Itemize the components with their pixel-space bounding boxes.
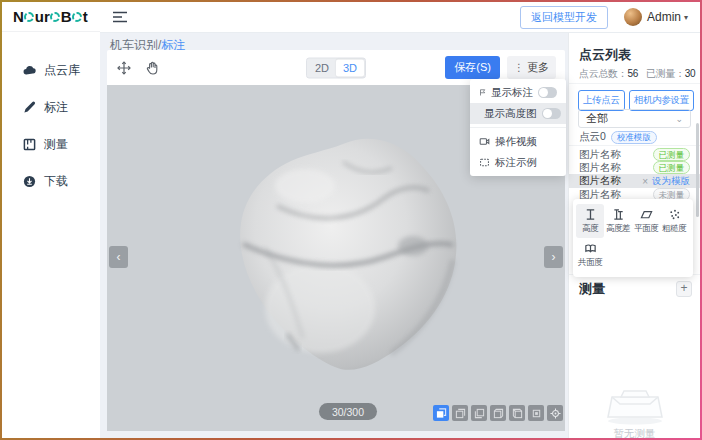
window-frame: NurBt 点云库 标注 测量 下载 返回模型 — [0, 0, 702, 440]
more-dropdown-menu: 显示标注 显示高度图 操作视频 标注示例 — [470, 79, 566, 176]
gear-icon — [24, 12, 34, 22]
menu-item-show-annotations[interactable]: 显示标注 — [470, 82, 566, 103]
measured-value: 30 — [685, 68, 696, 79]
tooth-mesh-3d[interactable] — [225, 128, 465, 376]
view-front-button[interactable] — [452, 405, 468, 421]
coplanarity-icon — [584, 242, 597, 255]
user-name[interactable]: Admin — [647, 10, 681, 24]
view-right-button[interactable] — [509, 405, 525, 421]
frame-icon — [479, 157, 490, 168]
measure-section-header: 测量 + — [579, 280, 692, 298]
reset-view-button[interactable] — [547, 405, 563, 421]
image-row-selected[interactable]: 图片名称 × 设为模版 — [569, 174, 700, 188]
menu-label: 显示高度图 — [484, 107, 537, 121]
list-scrollbar[interactable] — [696, 123, 699, 217]
tool-roughness[interactable]: 粗糙度 — [660, 204, 688, 238]
empty-state: 暂无测量 — [569, 383, 700, 438]
show-annotations-toggle[interactable] — [538, 87, 557, 98]
pointcloud-name: 点云0 — [579, 130, 606, 144]
menu-item-show-heightmap[interactable]: 显示高度图 — [470, 103, 566, 124]
filter-value: 全部 — [586, 111, 608, 126]
measure-title: 测量 — [579, 280, 605, 298]
next-image-button[interactable]: › — [544, 246, 563, 268]
video-icon — [479, 136, 490, 147]
ruler-icon — [23, 138, 36, 151]
sidebar-item-label: 标注 — [44, 99, 68, 116]
sidebar-item-pointcloud-library[interactable]: 点云库 — [2, 52, 100, 89]
sidebar-item-download[interactable]: 下载 — [2, 163, 100, 200]
logo-text: N — [13, 8, 24, 25]
sidebar-nav: 点云库 标注 测量 下载 — [2, 32, 100, 200]
view-top-button[interactable] — [528, 405, 544, 421]
cube-icon — [455, 408, 466, 419]
divider — [569, 83, 700, 84]
pointcloud-group-row[interactable]: 点云0 校准模版 — [579, 130, 691, 144]
flatness-icon — [640, 208, 653, 221]
filter-select[interactable]: 全部 ⌄ — [578, 109, 691, 128]
tool-coplanarity[interactable]: 共面度 — [576, 238, 604, 272]
download-icon — [23, 175, 36, 188]
flag-icon — [479, 87, 486, 98]
measure-tool-palette: 高度 高度差 平面度 粗糙度 共面度 — [573, 199, 693, 277]
menu-item-tutorial-video[interactable]: 操作视频 — [470, 131, 566, 152]
prev-image-button[interactable]: ‹ — [109, 246, 128, 268]
image-name: 图片名称 — [579, 148, 621, 162]
empty-state-text: 暂无测量 — [614, 427, 656, 438]
calibration-template-badge: 校准模版 — [611, 131, 657, 144]
view-2d-button[interactable]: 2D — [308, 59, 336, 76]
image-counter-badge: 30/300 — [319, 403, 377, 420]
logo-text: B — [61, 8, 72, 25]
cube-icon — [531, 408, 542, 419]
view-left-button[interactable] — [490, 405, 506, 421]
logo-text: ur — [35, 8, 50, 25]
image-row[interactable]: 图片名称 已测量 — [569, 148, 700, 161]
image-row[interactable]: 图片名称 已测量 — [569, 161, 700, 174]
set-as-template-link[interactable]: 设为模版 — [652, 175, 690, 188]
back-to-model-dev-button[interactable]: 返回模型开发 — [520, 6, 608, 29]
camera-intrinsics-button[interactable]: 相机内参设置 — [629, 90, 694, 111]
pan-hand-icon[interactable] — [144, 60, 160, 76]
pen-icon — [23, 101, 36, 114]
add-measure-button[interactable]: + — [676, 281, 692, 297]
close-icon[interactable]: × — [642, 176, 648, 187]
cloud-icon — [23, 64, 36, 77]
app-root: NurBt 点云库 标注 测量 下载 返回模型 — [2, 2, 700, 438]
measured-badge: 已测量 — [653, 148, 691, 161]
sidebar-item-measure[interactable]: 测量 — [2, 126, 100, 163]
more-label: 更多 — [527, 60, 549, 75]
avatar[interactable] — [624, 8, 642, 26]
cube-icon — [436, 408, 447, 419]
panel-stats: 点云总数：56已测量：30 — [579, 67, 695, 81]
tool-height-diff[interactable]: 高度差 — [604, 204, 632, 238]
height-diff-icon — [612, 208, 625, 221]
show-heightmap-toggle[interactable] — [542, 108, 561, 119]
more-button[interactable]: ⋮ 更多 — [507, 56, 556, 79]
total-label: 点云总数： — [579, 68, 628, 79]
empty-box-icon — [600, 383, 670, 425]
tool-height[interactable]: 高度 — [576, 204, 604, 238]
move-tool-icon[interactable] — [116, 60, 132, 76]
save-button[interactable]: 保存(S) — [445, 56, 500, 79]
view-3d-button[interactable]: 3D — [336, 59, 364, 76]
view-orientation-bar — [433, 405, 563, 421]
image-name: 图片名称 — [579, 174, 621, 188]
view-mode-toggle: 2D 3D — [306, 57, 366, 78]
sidebar-item-annotate[interactable]: 标注 — [2, 89, 100, 126]
menu-item-annotation-example[interactable]: 标注示例 — [470, 152, 566, 173]
view-iso-button[interactable] — [433, 405, 449, 421]
height-icon — [584, 208, 597, 221]
measured-badge: 已测量 — [653, 161, 691, 174]
panel-title: 点云列表 — [579, 46, 631, 64]
crosshair-icon — [550, 408, 561, 419]
tool-flatness[interactable]: 平面度 — [632, 204, 660, 238]
menu-label: 标注示例 — [495, 156, 537, 170]
panel-actions: 上传点云 相机内参设置 — [578, 90, 694, 111]
view-back-button[interactable] — [471, 405, 487, 421]
top-header: 返回模型开发 Admin ▾ — [100, 2, 700, 33]
collapse-menu-icon[interactable] — [113, 11, 127, 23]
sidebar-item-label: 下载 — [44, 173, 68, 190]
total-value: 56 — [628, 68, 639, 79]
image-name: 图片名称 — [579, 161, 621, 175]
upload-pointcloud-button[interactable]: 上传点云 — [578, 90, 625, 111]
cube-icon — [493, 408, 504, 419]
